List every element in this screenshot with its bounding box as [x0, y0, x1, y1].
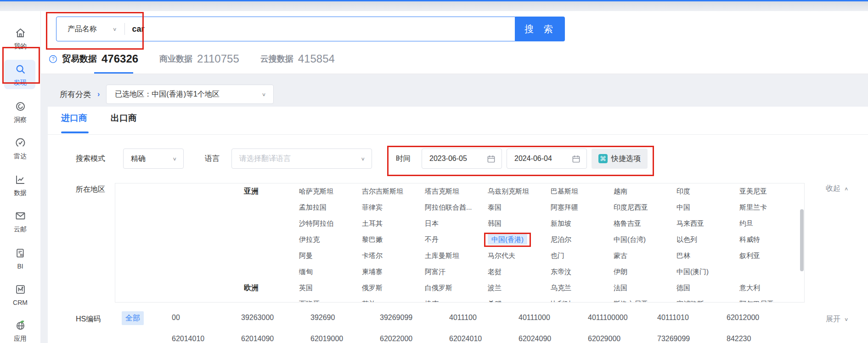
country-option-马来西亚[interactable]: 马来西亚 [676, 219, 739, 228]
country-option-哈萨克斯坦[interactable]: 哈萨克斯坦 [299, 187, 362, 196]
country-option-西班牙[interactable]: 西班牙 [299, 300, 362, 303]
country-option-土库曼斯坦[interactable]: 土库曼斯坦 [425, 252, 488, 260]
country-option-中国(澳门)[interactable]: 中国(澳门) [676, 268, 739, 276]
date-end-input[interactable]: 2024-06-04 [507, 149, 587, 169]
tab-出口商[interactable]: 出口商 [111, 112, 137, 124]
breadcrumb-all-categories[interactable]: 所有分类 [60, 89, 91, 100]
hs-code-option-62012000[interactable]: 62012000 [727, 314, 796, 322]
country-option-捷克[interactable]: 捷克 [425, 300, 488, 303]
language-select[interactable]: 请选择翻译语言 ∨ [231, 149, 372, 169]
country-option-白俄罗斯[interactable]: 白俄罗斯 [425, 284, 488, 292]
hs-code-option-73269099[interactable]: 73269099 [657, 335, 727, 343]
hs-code-option-62024010[interactable]: 62024010 [449, 335, 519, 343]
country-option-阿富汗[interactable]: 阿富汗 [425, 268, 488, 276]
tab-进口商[interactable]: 进口商 [61, 112, 87, 124]
country-option-约旦[interactable]: 约旦 [739, 219, 802, 228]
hs-code-option-39269099[interactable]: 39269099 [380, 314, 449, 322]
country-option-阿拉伯联合酋...[interactable]: 阿拉伯联合酋... [425, 203, 488, 212]
country-option-斯洛文尼亚[interactable]: 斯洛文尼亚 [614, 300, 676, 303]
country-option-印度[interactable]: 印度 [676, 187, 739, 196]
sidebar-item-BI[interactable]: BIBI [0, 245, 40, 272]
country-option-孟加拉国[interactable]: 孟加拉国 [299, 203, 362, 212]
country-option-菲律宾[interactable]: 菲律宾 [362, 203, 425, 212]
country-option-印度尼西亚[interactable]: 印度尼西亚 [614, 203, 676, 212]
expand-hs-link[interactable]: 展开 ∨ [826, 314, 849, 324]
country-option-中国[interactable]: 中国 [676, 203, 739, 212]
hs-code-option-62029000[interactable]: 62029000 [588, 335, 657, 343]
country-option-意大利[interactable]: 意大利 [739, 284, 802, 292]
region-scrollbar[interactable] [800, 209, 804, 271]
stat-tab-贸易数据[interactable]: ?贸易数据476326 [49, 52, 138, 65]
country-option-乌兹别克斯坦[interactable]: 乌兹别克斯坦 [488, 187, 551, 196]
country-option-伊朗[interactable]: 伊朗 [614, 268, 676, 276]
search-category-select[interactable]: 产品名称 ∨ [56, 24, 124, 34]
country-option-卡塔尔[interactable]: 卡塔尔 [362, 252, 425, 260]
sidebar-item-CRM[interactable]: CRM [0, 281, 40, 308]
country-option-巴基斯坦[interactable]: 巴基斯坦 [551, 187, 614, 196]
country-option-泰国[interactable]: 泰国 [488, 203, 551, 212]
hs-code-option-392690[interactable]: 392690 [310, 314, 380, 322]
country-option-韩国[interactable]: 韩国 [488, 219, 551, 228]
country-option-以色列[interactable]: 以色列 [676, 235, 739, 244]
country-option-缅甸[interactable]: 缅甸 [299, 268, 362, 276]
country-option-乌克兰[interactable]: 乌克兰 [551, 284, 614, 292]
country-option-荷兰[interactable]: 荷兰 [362, 300, 425, 303]
country-option-斯里兰卡[interactable]: 斯里兰卡 [739, 203, 802, 212]
country-option-老挝[interactable]: 老挝 [488, 268, 551, 276]
hs-code-option-62014010[interactable]: 62014010 [172, 335, 241, 343]
hs-code-option-4011100000[interactable]: 4011100000 [588, 314, 657, 322]
country-option-黎巴嫩[interactable]: 黎巴嫩 [362, 235, 425, 244]
country-option-蒙古[interactable]: 蒙古 [614, 252, 676, 260]
hs-code-option-00[interactable]: 00 [172, 314, 241, 322]
country-option-德国[interactable]: 德国 [676, 284, 739, 292]
sidebar-item-雷达[interactable]: 雷达 [0, 135, 40, 162]
hs-code-option-62019000[interactable]: 62019000 [310, 335, 380, 343]
country-option-亚美尼亚[interactable]: 亚美尼亚 [739, 187, 802, 196]
country-option-法国[interactable]: 法国 [614, 284, 676, 292]
hs-code-option-40111000[interactable]: 40111000 [519, 314, 588, 322]
country-option-叙利亚[interactable]: 叙利亚 [739, 252, 802, 260]
hs-code-option-4011100[interactable]: 4011100 [449, 314, 519, 322]
sidebar-item-我的[interactable]: 我的 [0, 25, 40, 52]
country-option-伊拉克[interactable]: 伊拉克 [299, 235, 362, 244]
country-option-希腊[interactable]: 希腊 [488, 300, 551, 303]
hs-code-option-842230[interactable]: 842230 [727, 335, 796, 343]
sidebar-item-云邮[interactable]: 云邮 [0, 208, 40, 235]
country-option-阿曼[interactable]: 阿曼 [299, 252, 362, 260]
country-option-也门[interactable]: 也门 [551, 252, 614, 260]
country-option-波兰[interactable]: 波兰 [488, 284, 551, 292]
country-option-塔吉克斯坦[interactable]: 塔吉克斯坦 [425, 187, 488, 196]
country-option-阿塞拜疆[interactable]: 阿塞拜疆 [551, 203, 614, 212]
country-option-巴林[interactable]: 巴林 [676, 252, 739, 260]
country-option-东帝汶[interactable]: 东帝汶 [551, 268, 614, 276]
country-option-英国[interactable]: 英国 [299, 284, 362, 292]
country-option-沙特阿拉伯[interactable]: 沙特阿拉伯 [299, 219, 362, 228]
stat-tab-商业数据[interactable]: 商业数据2110755 [159, 52, 239, 65]
country-option-越南[interactable]: 越南 [614, 187, 676, 196]
stat-tab-云搜数据[interactable]: 云搜数据415854 [260, 52, 335, 65]
hs-code-option-62024090[interactable]: 62024090 [519, 335, 588, 343]
country-option-土耳其[interactable]: 土耳其 [362, 219, 425, 228]
hs-code-option-39263000[interactable]: 39263000 [241, 314, 310, 322]
selected-region-dropdown[interactable]: 已选地区：中国(香港)等1个地区 ∨ [106, 85, 274, 104]
country-option-柬埔寨[interactable]: 柬埔寨 [362, 268, 425, 276]
country-option-科威特[interactable]: 科威特 [739, 235, 802, 244]
quick-options-button[interactable]: ⌘ 快捷选项 [592, 149, 648, 169]
search-button[interactable]: 搜 索 [515, 17, 565, 41]
country-option-俄罗斯[interactable]: 俄罗斯 [362, 284, 425, 292]
hs-code-option-62014090[interactable]: 62014090 [241, 335, 310, 343]
country-option-尼泊尔[interactable]: 尼泊尔 [551, 235, 614, 244]
collapse-region-link[interactable]: 收起 ∧ [826, 184, 849, 194]
hs-code-option-62022000[interactable]: 62022000 [380, 335, 449, 343]
sidebar-item-应用[interactable]: 应用 [0, 318, 40, 343]
country-option-马尔代夫[interactable]: 马尔代夫 [488, 252, 551, 260]
hs-code-option-40111010[interactable]: 40111010 [657, 314, 727, 322]
country-option-中国(香港)[interactable]: 中国(香港) [488, 233, 551, 247]
hs-all-badge[interactable]: 全部 [122, 311, 144, 325]
search-mode-select[interactable]: 精确 ∨ [123, 149, 184, 169]
country-option-中国(台湾)[interactable]: 中国(台湾) [614, 235, 676, 244]
country-option-日本[interactable]: 日本 [425, 219, 488, 228]
country-option-塞浦路斯[interactable]: 塞浦路斯 [676, 300, 739, 303]
country-option-吉尔吉斯斯坦[interactable]: 吉尔吉斯斯坦 [362, 187, 425, 196]
date-start-input[interactable]: 2023-06-05 [422, 149, 502, 169]
